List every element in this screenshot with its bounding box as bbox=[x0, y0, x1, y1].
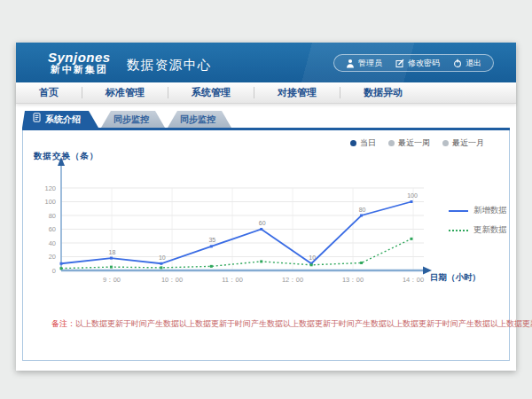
document-icon bbox=[33, 111, 41, 128]
user-menu-admin[interactable]: 管理员 bbox=[346, 58, 382, 69]
svg-text:0: 0 bbox=[52, 267, 56, 275]
line-chart: 0204060801001209：0010：0011：0012：0013：001… bbox=[23, 151, 449, 297]
tab-strip: 系统介绍 同步监控 同步监控 bbox=[22, 111, 510, 130]
time-filter-group: 当日 最近一周 最近一月 bbox=[350, 137, 484, 149]
logo: Synjones 新中新集团 bbox=[48, 51, 111, 74]
desktop-background: Synjones 新中新集团 数据资源中心 管理员 修改密码 bbox=[0, 0, 532, 399]
svg-text:10: 10 bbox=[309, 254, 316, 261]
svg-text:18: 18 bbox=[109, 249, 116, 255]
user-menu: 管理员 修改密码 退出 bbox=[333, 54, 494, 72]
line-chart-svg: 0204060801001209：0010：0011：0012：0013：001… bbox=[23, 151, 449, 297]
legend-label: 新增数据 bbox=[473, 205, 507, 216]
nav-item-standard-mgmt[interactable]: 标准管理 bbox=[82, 82, 168, 103]
radio-label: 当日 bbox=[360, 137, 376, 149]
x-axis-title: 日期（小时） bbox=[430, 272, 481, 284]
radio-dot bbox=[388, 140, 395, 146]
user-icon bbox=[346, 59, 355, 68]
svg-text:13：00: 13：00 bbox=[342, 276, 364, 284]
svg-text:20: 20 bbox=[49, 253, 56, 261]
svg-text:40: 40 bbox=[49, 239, 56, 247]
svg-text:120: 120 bbox=[44, 184, 56, 192]
legend-item-new-data[interactable]: 新增数据 bbox=[449, 205, 507, 216]
logout-label: 退出 bbox=[466, 58, 481, 69]
svg-text:100: 100 bbox=[407, 192, 418, 199]
change-password-label: 修改密码 bbox=[408, 58, 440, 69]
legend-item-updated-data[interactable]: 更新数据 bbox=[449, 224, 507, 236]
legend-line-sample bbox=[449, 230, 468, 231]
radio-today[interactable]: 当日 bbox=[350, 137, 376, 149]
radio-dot bbox=[350, 140, 356, 146]
svg-text:12：00: 12：00 bbox=[282, 276, 303, 284]
logout-button[interactable]: 退出 bbox=[453, 58, 481, 69]
nav-item-home[interactable]: 首页 bbox=[16, 82, 82, 103]
footnote: 备注：以上数据更新于时间产生数据以上数据更新于时间产生数据以上数据更新于时间产生… bbox=[51, 318, 532, 330]
user-menu-admin-label: 管理员 bbox=[358, 58, 382, 69]
main-nav: 首页 标准管理 系统管理 对接管理 数据异动 bbox=[16, 82, 516, 104]
legend-line-sample bbox=[449, 210, 468, 212]
tab-sync-monitor-2[interactable]: 同步监控 bbox=[168, 111, 231, 128]
radio-label: 最近一周 bbox=[398, 137, 430, 149]
edit-icon bbox=[395, 59, 404, 68]
logo-company: 新中新集团 bbox=[48, 65, 111, 75]
svg-text:11：00: 11：00 bbox=[222, 276, 243, 284]
legend-label: 更新数据 bbox=[473, 224, 507, 236]
svg-text:14：00: 14：00 bbox=[403, 276, 424, 284]
svg-text:9：00: 9：00 bbox=[103, 276, 121, 284]
content-area: 系统介绍 同步监控 同步监控 当日 最近一周 bbox=[16, 104, 516, 361]
change-password-button[interactable]: 修改密码 bbox=[395, 58, 440, 69]
svg-text:80: 80 bbox=[359, 207, 366, 213]
svg-text:10: 10 bbox=[159, 254, 166, 261]
svg-text:100: 100 bbox=[44, 198, 56, 206]
nav-item-data-change[interactable]: 数据异动 bbox=[340, 82, 426, 103]
tab-system-intro[interactable]: 系统介绍 bbox=[22, 111, 98, 128]
svg-text:60: 60 bbox=[259, 220, 266, 226]
svg-text:35: 35 bbox=[208, 237, 215, 243]
chart-panel: 当日 最近一周 最近一月 数据交换（条） 0204060801001209：00… bbox=[22, 130, 510, 361]
radio-last-month[interactable]: 最近一月 bbox=[442, 137, 484, 149]
svg-text:10：00: 10：00 bbox=[161, 276, 183, 284]
tab-sync-monitor-1[interactable]: 同步监控 bbox=[101, 111, 165, 128]
nav-item-system-mgmt[interactable]: 系统管理 bbox=[168, 82, 254, 103]
app-header: Synjones 新中新集团 数据资源中心 管理员 修改密码 bbox=[16, 43, 516, 82]
footnote-label: 备注： bbox=[51, 319, 75, 328]
chart-legend: 新增数据 更新数据 bbox=[449, 205, 507, 236]
radio-last-week[interactable]: 最近一周 bbox=[388, 137, 430, 149]
radio-label: 最近一月 bbox=[452, 137, 484, 149]
radio-dot bbox=[442, 140, 449, 146]
footnote-text: 以上数据更新于时间产生数据以上数据更新于时间产生数据以上数据更新于时间产生数据以… bbox=[75, 319, 532, 328]
svg-text:60: 60 bbox=[49, 225, 56, 233]
page-title: 数据资源中心 bbox=[127, 57, 212, 74]
tab-label: 系统介绍 bbox=[45, 111, 81, 128]
app-window: Synjones 新中新集团 数据资源中心 管理员 修改密码 bbox=[16, 43, 516, 371]
logo-brand: Synjones bbox=[48, 51, 111, 65]
svg-text:80: 80 bbox=[49, 212, 56, 220]
nav-item-interface-mgmt[interactable]: 对接管理 bbox=[254, 82, 340, 103]
power-icon bbox=[453, 59, 462, 68]
